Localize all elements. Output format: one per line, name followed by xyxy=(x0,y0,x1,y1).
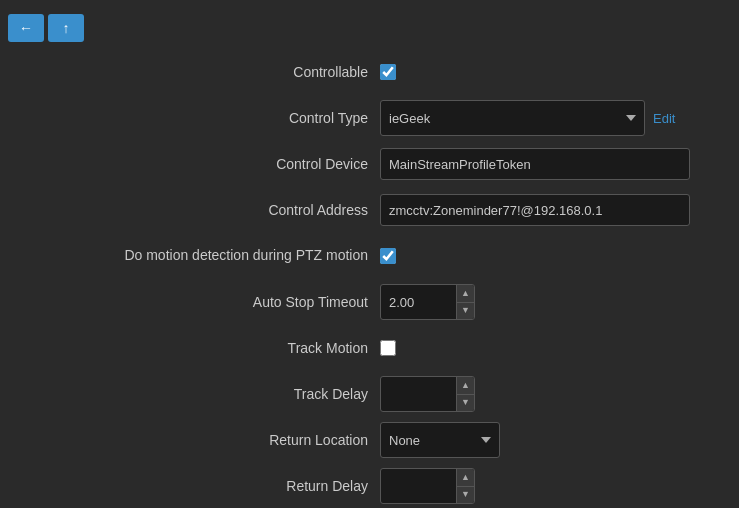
control-address-control xyxy=(380,194,709,226)
auto-stop-control: 2.00 ▲ ▼ xyxy=(380,284,709,320)
return-delay-spinner: ▲ ▼ xyxy=(380,468,475,504)
control-type-select[interactable]: ieGeek xyxy=(380,100,645,136)
control-address-row: Control Address xyxy=(0,192,709,228)
return-location-row: Return Location None Home Preset 1 Prese… xyxy=(0,422,709,458)
edit-link[interactable]: Edit xyxy=(653,111,675,126)
do-motion-control xyxy=(380,248,709,264)
controllable-control xyxy=(380,64,709,80)
track-motion-row: Track Motion xyxy=(0,330,709,366)
control-device-row: Control Device xyxy=(0,146,709,182)
track-delay-arrows: ▲ ▼ xyxy=(456,377,474,411)
auto-stop-arrows: ▲ ▼ xyxy=(456,285,474,319)
return-delay-control: ▲ ▼ xyxy=(380,468,709,504)
controllable-row: Controllable xyxy=(0,54,709,90)
do-motion-label: Do motion detection during PTZ motion xyxy=(0,246,380,266)
return-delay-down-arrow[interactable]: ▼ xyxy=(457,487,474,504)
do-motion-checkbox[interactable] xyxy=(380,248,396,264)
track-motion-label: Track Motion xyxy=(0,339,380,357)
controllable-label: Controllable xyxy=(0,63,380,81)
track-delay-up-arrow[interactable]: ▲ xyxy=(457,377,474,395)
control-type-control: ieGeek Edit xyxy=(380,100,709,136)
track-delay-control: ▲ ▼ xyxy=(380,376,709,412)
controllable-checkbox[interactable] xyxy=(380,64,396,80)
do-motion-row: Do motion detection during PTZ motion xyxy=(0,238,709,274)
control-type-row: Control Type ieGeek Edit xyxy=(0,100,709,136)
return-delay-arrows: ▲ ▼ xyxy=(456,469,474,503)
up-button[interactable]: ↑ xyxy=(48,14,84,42)
track-delay-spinner: ▲ ▼ xyxy=(380,376,475,412)
return-delay-up-arrow[interactable]: ▲ xyxy=(457,469,474,487)
track-delay-row: Track Delay ▲ ▼ xyxy=(0,376,709,412)
auto-stop-down-arrow[interactable]: ▼ xyxy=(457,303,474,320)
auto-stop-value: 2.00 xyxy=(381,295,456,310)
return-delay-label: Return Delay xyxy=(0,477,380,495)
track-delay-down-arrow[interactable]: ▼ xyxy=(457,395,474,412)
top-bar: ← ↑ xyxy=(0,10,739,46)
return-location-label: Return Location xyxy=(0,431,380,449)
auto-stop-row: Auto Stop Timeout 2.00 ▲ ▼ xyxy=(0,284,709,320)
track-delay-label: Track Delay xyxy=(0,385,380,403)
control-device-label: Control Device xyxy=(0,155,380,173)
control-type-label: Control Type xyxy=(0,109,380,127)
return-delay-row: Return Delay ▲ ▼ xyxy=(0,468,709,504)
auto-stop-spinner: 2.00 ▲ ▼ xyxy=(380,284,475,320)
return-location-control: None Home Preset 1 Preset 2 xyxy=(380,422,709,458)
control-address-label: Control Address xyxy=(0,201,380,219)
track-motion-checkbox[interactable] xyxy=(380,340,396,356)
auto-stop-label: Auto Stop Timeout xyxy=(0,293,380,311)
return-location-select[interactable]: None Home Preset 1 Preset 2 xyxy=(380,422,500,458)
control-device-input[interactable] xyxy=(380,148,690,180)
back-button[interactable]: ← xyxy=(8,14,44,42)
auto-stop-up-arrow[interactable]: ▲ xyxy=(457,285,474,303)
track-motion-control xyxy=(380,340,709,356)
control-device-control xyxy=(380,148,709,180)
form-area: Controllable Control Type ieGeek Edit Co… xyxy=(0,46,739,508)
control-address-input[interactable] xyxy=(380,194,690,226)
